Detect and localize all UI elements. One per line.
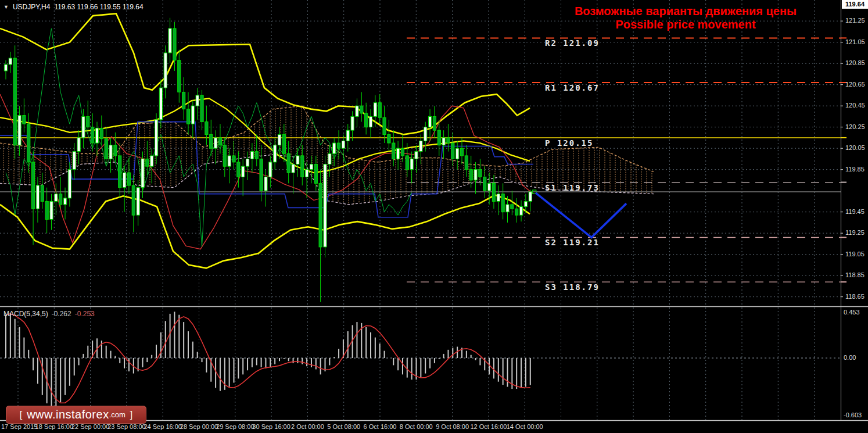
candle-body: [501, 194, 504, 212]
candle-body: [292, 164, 295, 173]
candle-body: [13, 58, 16, 145]
candle-body: [479, 170, 482, 177]
macd-scale-bottom: -0.603: [844, 411, 862, 418]
candle-body: [492, 183, 495, 201]
candle-body: [383, 117, 386, 134]
candle-body: [186, 109, 189, 124]
candle-body: [73, 152, 76, 170]
candle-body: [397, 148, 400, 159]
candle-body: [223, 145, 226, 167]
candle-body: [287, 153, 290, 173]
candle-body: [269, 162, 272, 177]
candle-body: [442, 138, 445, 145]
macd-signal-value: -0.253: [75, 310, 95, 318]
candle-body: [27, 124, 30, 162]
candle-body: [45, 201, 48, 219]
mt4-chart-window: R2 121.09R1 120.67P 120.15S1 119.73S2 11…: [0, 0, 868, 433]
time-axis-label: 22 Sep 00:00: [71, 423, 109, 430]
candle-body: [205, 122, 208, 135]
candle-body: [456, 148, 459, 159]
candle-body: [506, 205, 509, 212]
candle-body: [374, 103, 376, 117]
candle-body: [178, 60, 181, 92]
current-price-tag: 119.64: [842, 0, 868, 9]
candle-body: [246, 159, 249, 166]
level-label-s1: S1 119.73: [545, 183, 600, 192]
candle-body: [100, 128, 103, 139]
candle-body: [378, 103, 381, 118]
annotation-line-en: Possible price movement: [558, 18, 813, 31]
bollinger-middle: [0, 98, 530, 173]
candle-body: [23, 116, 26, 124]
time-axis-label: 29 Sep 08:00: [216, 423, 254, 430]
chart-dropdown-icon[interactable]: ▼: [3, 4, 9, 10]
candle-body: [250, 152, 253, 159]
logo-bracket-right: ]: [130, 410, 132, 420]
symbol-period-label: USDJPY,H4: [13, 3, 50, 11]
time-axis-label: 2 Oct 00:00: [291, 423, 324, 430]
candle-body: [410, 159, 413, 169]
price-chart-canvas[interactable]: R2 121.09R1 120.67P 120.15S1 119.73S2 11…: [0, 0, 868, 433]
candle-body: [146, 159, 149, 166]
candle-body: [141, 159, 144, 187]
candle-body: [95, 128, 98, 144]
logo-bracket-left: [: [20, 410, 22, 420]
price-movement-annotation: Возможные варианты движения цены Possibl…: [558, 5, 813, 31]
candle-body: [433, 116, 436, 130]
price-axis-label: 120.85: [845, 59, 865, 66]
time-axis-label: 14 Oct 00:00: [507, 423, 543, 430]
candle-body: [333, 143, 336, 153]
level-label-r2: R2 121.09: [545, 38, 600, 48]
time-axis-label: 5 Oct 08:00: [327, 423, 360, 430]
candle-body: [119, 156, 121, 188]
candle-body: [196, 95, 199, 106]
candle-body: [351, 116, 354, 130]
candle-body: [123, 173, 126, 188]
candle-body: [328, 153, 331, 164]
candle-body: [447, 138, 450, 143]
time-axis-label: 8 Oct 00:00: [400, 423, 433, 430]
candle-body: [237, 162, 240, 177]
instaforex-logo[interactable]: [www.instaforex.com]: [6, 406, 146, 424]
candle-body: [50, 201, 53, 219]
candle-body: [451, 143, 454, 159]
candle-body: [77, 138, 80, 152]
candle-body: [314, 164, 317, 184]
ohlc-quote-label: 119.63 119.66 119.55 119.64: [54, 3, 143, 11]
level-label-s2: S2 119.21: [545, 238, 600, 247]
price-axis-label: 121.05: [845, 38, 865, 45]
chart-title: ▼ USDJPY,H4 119.63 119.66 119.55 119.64: [3, 3, 144, 11]
candle-body: [310, 164, 313, 170]
candle-body: [150, 156, 153, 166]
price-axis-label: 119.05: [845, 251, 865, 257]
candle-body: [91, 127, 94, 143]
macd-indicator-label: MACD(5,34,5)-0.262-0.253: [3, 310, 95, 318]
time-axis-label: 23 Sep 08:00: [107, 423, 145, 430]
candle-body: [342, 141, 345, 148]
candle-body: [388, 134, 390, 143]
candle-body: [155, 120, 157, 156]
candle-body: [524, 201, 527, 206]
candle-body: [356, 106, 358, 116]
candle-body: [127, 173, 130, 185]
price-axis-label: 120.05: [845, 144, 865, 151]
projected-move-line: [536, 193, 626, 238]
level-label-s3: S3 118.79: [545, 282, 600, 292]
candle-body: [105, 139, 107, 159]
macd-scale-zero: 0.00: [844, 354, 856, 361]
candle-body: [474, 170, 477, 180]
macd-main-value: -0.262: [52, 310, 71, 318]
candle-body: [406, 156, 408, 170]
candle-body: [173, 28, 176, 60]
candle-body: [365, 113, 368, 127]
price-axis-label: 119.25: [845, 229, 865, 236]
level-label-p: P 120.15: [545, 138, 593, 148]
candle-body: [87, 116, 89, 127]
candle-body: [282, 134, 285, 153]
candle-body: [59, 194, 62, 205]
bollinger-lower: [0, 195, 530, 269]
price-axis-label: 119.45: [845, 208, 865, 215]
candle-body: [324, 164, 327, 247]
candle-body: [68, 170, 71, 198]
candle-body: [260, 159, 263, 191]
